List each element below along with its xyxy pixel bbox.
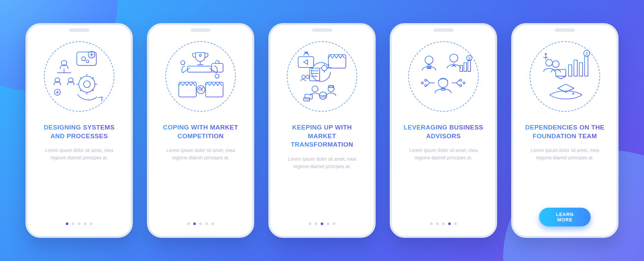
dot[interactable]	[454, 222, 457, 225]
dot[interactable]	[66, 222, 68, 225]
svg-point-9	[84, 81, 90, 88]
screen-body: Lorem ipsum dolor sit amet, mea regione …	[36, 147, 122, 161]
svg-point-46	[425, 79, 427, 81]
svg-rect-38	[468, 60, 471, 71]
screen-body: Lorem ipsum dolor sit amet, mea regione …	[400, 147, 486, 161]
screen-body: Lorem ipsum dolor sit amet, mea regione …	[279, 156, 365, 170]
svg-point-44	[460, 85, 462, 87]
dot[interactable]	[448, 222, 451, 225]
dot[interactable]	[90, 222, 93, 225]
svg-rect-54	[574, 60, 577, 76]
phones-row: DESIGNING SYSTEMS AND PROCESSES Lorem ip…	[25, 23, 619, 238]
screen-title: COPING WITH MARKET COMPETITION	[158, 123, 244, 140]
svg-point-25	[322, 65, 327, 71]
svg-point-26	[312, 86, 318, 92]
svg-point-48	[421, 82, 423, 84]
page-dots	[187, 222, 214, 225]
svg-point-10	[199, 54, 201, 56]
svg-rect-51	[556, 69, 566, 76]
dot[interactable]	[211, 222, 214, 225]
learn-more-button[interactable]: LEARN MORE	[539, 208, 591, 226]
transformation-icon	[287, 41, 357, 112]
dot[interactable]	[321, 222, 323, 225]
svg-text:i: i	[429, 65, 430, 69]
systems-icon	[44, 41, 114, 112]
dot[interactable]	[193, 222, 196, 225]
onboarding-stage: DESIGNING SYSTEMS AND PROCESSES Lorem ip…	[0, 0, 644, 261]
svg-point-49	[546, 59, 552, 66]
svg-point-59	[573, 93, 574, 94]
svg-point-27	[328, 86, 334, 92]
screen-title: LEVERAGING BUSINESS ADVISORS	[400, 123, 486, 140]
dot[interactable]	[199, 222, 202, 225]
page-dots	[430, 222, 457, 225]
svg-rect-12	[187, 66, 212, 72]
svg-point-47	[425, 85, 427, 87]
advisors-icon: i $	[408, 41, 479, 112]
svg-point-3	[86, 60, 89, 63]
svg-rect-19	[298, 57, 314, 67]
svg-point-14	[215, 74, 219, 78]
svg-point-35	[450, 54, 458, 62]
page-dots	[309, 222, 335, 225]
dot[interactable]	[205, 222, 208, 225]
svg-point-50	[552, 61, 559, 67]
phone-screen-5: $ DEPENDENCIES ON THE FOUNDATION TEAM Lo…	[511, 23, 619, 238]
screen-body: Lorem ipsum dolor sit amet, mea regione …	[158, 147, 244, 161]
phone-screen-1: DESIGNING SYSTEMS AND PROCESSES Lorem ip…	[25, 23, 133, 238]
svg-point-13	[181, 61, 185, 65]
svg-rect-30	[305, 94, 312, 99]
dot[interactable]	[327, 222, 329, 225]
page-dots	[66, 222, 93, 225]
svg-point-52	[545, 53, 546, 55]
screen-title: DESIGNING SYSTEMS AND PROCESSES	[36, 123, 122, 140]
competition-icon: VS	[165, 41, 236, 112]
svg-text:$: $	[586, 51, 588, 55]
svg-rect-37	[464, 63, 467, 71]
svg-text:$: $	[468, 56, 470, 60]
svg-point-43	[460, 79, 462, 81]
dot[interactable]	[309, 222, 311, 225]
svg-point-2	[82, 57, 86, 61]
svg-point-22	[302, 75, 305, 79]
dot[interactable]	[333, 222, 335, 225]
svg-rect-53	[569, 65, 572, 76]
dot[interactable]	[72, 222, 74, 225]
screen-body: Lorem ipsum dolor sit amet, mea regione …	[522, 147, 608, 161]
screen-title: KEEPING UP WITH MARKET TRANSFORMATION	[279, 123, 365, 149]
svg-point-45	[463, 82, 465, 84]
screen-title: DEPENDENCIES ON THE FOUNDATION TEAM	[522, 123, 608, 140]
svg-rect-0	[77, 52, 96, 65]
dot[interactable]	[187, 222, 190, 225]
svg-text:VS: VS	[199, 89, 203, 92]
svg-point-32	[425, 56, 433, 64]
svg-rect-55	[579, 63, 583, 76]
svg-rect-56	[585, 56, 588, 76]
phone-screen-4: i $ LEVERAGING BUSINESS ADVISORS Lorem i…	[390, 23, 497, 238]
dot[interactable]	[436, 222, 439, 225]
dot[interactable]	[430, 222, 433, 225]
svg-rect-36	[460, 65, 463, 71]
dot[interactable]	[78, 222, 80, 225]
phone-screen-3: KEEPING UP WITH MARKET TRANSFORMATION Lo…	[268, 23, 376, 238]
foundation-icon: $	[530, 41, 600, 112]
svg-point-23	[306, 75, 309, 79]
dot[interactable]	[84, 222, 87, 225]
dot[interactable]	[315, 222, 317, 225]
dot[interactable]	[442, 222, 445, 225]
phone-screen-2: VS COPING WITH MARKET COMPETITION Lorem …	[147, 23, 254, 238]
